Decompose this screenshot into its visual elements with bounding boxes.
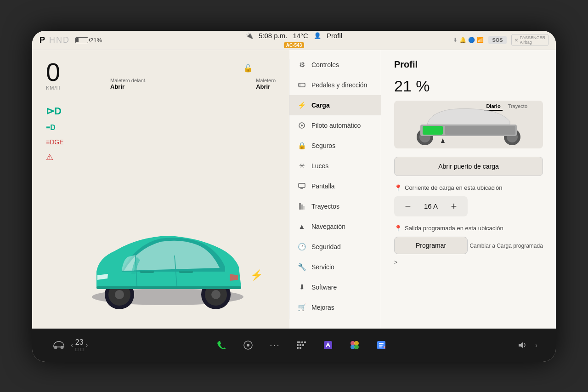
right-arrow-taskbar[interactable]: ›	[535, 341, 537, 349]
panel-title: Profil	[394, 59, 543, 70]
svg-point-48	[354, 345, 359, 349]
salida-text: Salida programada en esta ubicación	[405, 225, 503, 232]
menu-item-luces[interactable]: ✳ Luces	[289, 156, 381, 176]
menu-item-seguros[interactable]: 🔒 Seguros	[289, 136, 381, 156]
maletero-info: Maletero Abrir	[256, 78, 276, 90]
current-increase-button[interactable]: +	[447, 200, 460, 213]
taskbar-right: ›	[515, 337, 537, 353]
svg-point-15	[301, 125, 303, 126]
svg-rect-10	[140, 271, 154, 273]
battery-fill	[76, 38, 79, 42]
speed-value: 0	[46, 59, 61, 85]
main-content: 0 KM/H ⊳D ≡D ≡DGE ⚠ Maletero delant. Abr…	[32, 50, 556, 329]
svg-rect-27	[445, 126, 515, 135]
sos-button[interactable]: SOS	[488, 36, 506, 44]
menu-item-seguridad[interactable]: 🕐 Seguridad	[289, 237, 381, 257]
pin-icon-1: 📍	[394, 184, 402, 192]
gear-p: P	[40, 35, 46, 45]
media-icon[interactable]	[240, 337, 256, 353]
bell-icon: 🔔	[459, 37, 466, 43]
piloto-label: Piloto automático	[311, 122, 361, 129]
software-label: Software	[311, 284, 337, 291]
menu-item-trayectos[interactable]: Trayectos	[289, 196, 381, 216]
menu-item-servicio[interactable]: 🔧 Servicio	[289, 257, 381, 277]
taskbar-center: ···	[213, 337, 390, 353]
svg-rect-16	[299, 183, 305, 187]
svg-rect-35	[297, 341, 300, 343]
airbag-label: PASSENGERAirbag	[520, 35, 545, 45]
pedales-label: Pedales y dirección	[311, 81, 367, 89]
battery-chart-svg	[413, 104, 524, 145]
maletero-value: Abrir	[256, 83, 276, 90]
arrow-right[interactable]: ›	[85, 341, 88, 349]
menu-item-carga[interactable]: ⚡ Carga	[289, 95, 381, 115]
seguros-icon: 🔒	[298, 142, 306, 150]
svg-point-6	[115, 290, 124, 299]
dots-grid-icon[interactable]	[293, 337, 310, 353]
car-visualization: ⚡	[69, 207, 289, 315]
taskbar-left: ‹ 23 ◻ ◻ ›	[51, 337, 88, 353]
arrow-left[interactable]: ‹	[71, 341, 73, 349]
trayectos-icon	[298, 202, 306, 210]
speed-display: 0 KM/H	[46, 59, 61, 91]
time-display: 5:08 p.m.	[259, 32, 288, 40]
battery-percent-top: 21%	[90, 37, 102, 44]
app-icon-purple[interactable]	[320, 337, 336, 353]
current-decrease-button[interactable]: −	[401, 200, 414, 213]
menu-item-mejoras[interactable]: 🛒 Mejoras	[289, 297, 381, 318]
drive-mode-icon: ⊳D	[46, 105, 64, 117]
pantalla-label: Pantalla	[311, 182, 335, 190]
trayectos-label: Trayectos	[311, 203, 339, 210]
corriente-label: 📍 Corriente de carga en esta ubicación	[394, 184, 543, 192]
nav-arrows: ‹ 23 ◻ ◻ ›	[71, 338, 88, 352]
carga-icon: ⚡	[298, 101, 306, 109]
menu-item-navegacion[interactable]: ▲ Navegación	[289, 216, 381, 237]
traction-icon: ≡D	[46, 124, 64, 132]
right-panel: Profil 21 % Diario Trayecto	[381, 50, 556, 329]
svg-rect-42	[300, 347, 301, 349]
svg-point-30	[54, 346, 57, 349]
menu-item-piloto[interactable]: Piloto automático	[289, 115, 381, 136]
lock-car-icon: 🔓	[243, 64, 253, 73]
menu-item-software[interactable]: ⬇ Software	[289, 277, 381, 297]
temp-display: 14°C	[293, 32, 308, 40]
odometer-subtext: ◻ ◻	[75, 347, 84, 352]
current-value: 16 A	[424, 202, 438, 210]
carga-label: Carga	[311, 102, 330, 109]
airbag-badge: ✕ PASSENGERAirbag	[511, 34, 548, 46]
svg-rect-19	[301, 205, 303, 210]
software-icon: ⬇	[298, 283, 306, 291]
piloto-icon	[298, 121, 306, 130]
svg-rect-37	[304, 341, 306, 343]
odometer-value: 23	[75, 338, 84, 347]
more-icon[interactable]: ···	[266, 337, 283, 353]
maletero-delant-value: Abrir	[110, 83, 147, 90]
svg-text:1: 1	[384, 346, 385, 349]
controles-label: Controles	[311, 61, 339, 68]
menu-item-pantalla[interactable]: Pantalla	[289, 176, 381, 196]
left-panel: 0 KM/H ⊳D ≡D ≡DGE ⚠ Maletero delant. Abr…	[32, 50, 289, 329]
pantalla-icon	[298, 182, 306, 190]
svg-rect-39	[300, 344, 301, 346]
volume-icon[interactable]	[515, 337, 531, 353]
speed-unit: KM/H	[46, 85, 61, 91]
odometer-display: 23 ◻ ◻	[75, 338, 84, 352]
svg-rect-20	[303, 206, 305, 210]
taskbar: ‹ 23 ◻ ◻ ›	[32, 329, 556, 362]
car-taskbar-icon[interactable]	[51, 337, 67, 353]
controles-icon: ⚙	[298, 61, 306, 69]
signal-icon: 📶	[477, 37, 484, 43]
app-icon-colorful[interactable]	[346, 337, 363, 353]
app-icon-note[interactable]: 1	[373, 337, 390, 353]
phone-icon[interactable]	[213, 337, 230, 353]
screen: P HND 21% 🔌 5:08 p.m. 14°C 👤 Profil	[32, 31, 556, 362]
left-indicators: ⊳D ≡D ≡DGE ⚠	[46, 105, 64, 162]
menu-item-controles[interactable]: ⚙ Controles	[289, 55, 381, 75]
open-port-button[interactable]: Abrir puerto de carga	[394, 157, 543, 176]
mejoras-icon: 🛒	[298, 303, 306, 312]
menu-item-pedales[interactable]: Pedales y dirección	[289, 75, 381, 95]
navegacion-icon: ▲	[298, 222, 306, 231]
battery-status: 21%	[75, 37, 102, 44]
luces-label: Luces	[311, 162, 328, 170]
programar-button[interactable]: Programar	[394, 237, 468, 254]
